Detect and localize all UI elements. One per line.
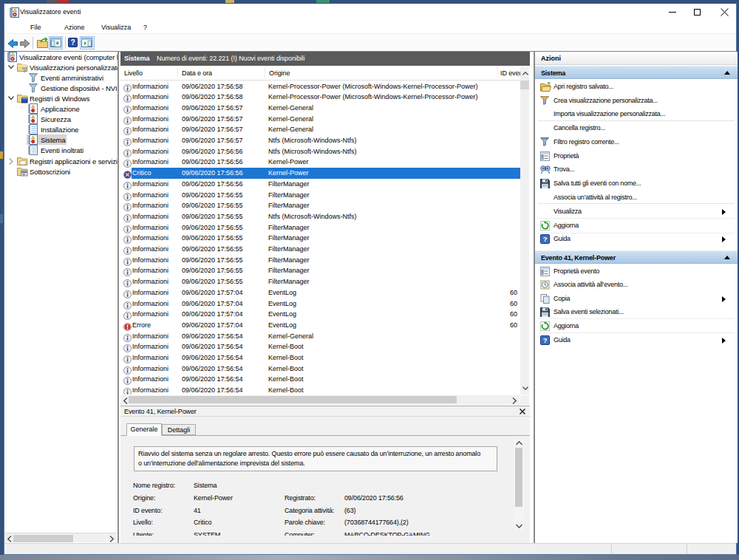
svg-text:?: ? — [543, 336, 548, 344]
svg-text:?: ? — [543, 235, 548, 243]
svg-text:?: ? — [70, 38, 75, 47]
